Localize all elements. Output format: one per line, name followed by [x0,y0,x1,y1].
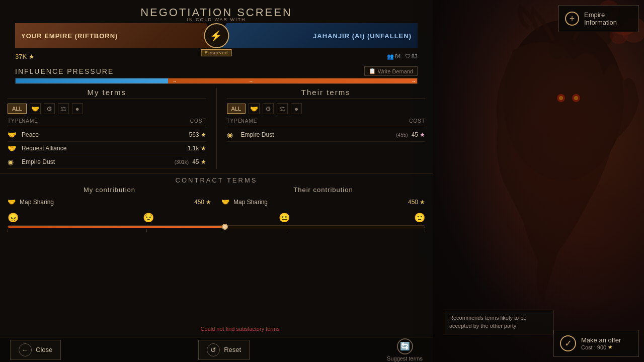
my-terms-row-peace[interactable]: 🤝 Peace 563 ★ [8,128,206,142]
empire-header: YOUR EMPIRE (RIFTBORN) IN COLD WAR WITH … [15,23,418,48]
close-button[interactable]: ← Close [10,340,61,360]
alliance-star: ★ [201,145,206,152]
their-terms-filter-dust[interactable]: ● [291,103,302,114]
their-contribution-panel: Their contribution 🤝 Map Sharing 450 ★ [221,186,425,207]
alliance-name: Request Alliance [22,145,188,152]
my-terms-filter-diplomacy[interactable]: 🤝 [30,103,41,114]
empire-info-text: Empire Information [584,11,617,26]
mood-slider-section: 😠 😟 😐 🙂 [8,212,425,232]
empire-right-name: JAHANJIR (AI) (UNFALLEN) [313,32,412,40]
their-map-sharing-star: ★ [420,199,425,206]
their-terms-filter-balance[interactable]: ⚖ [277,103,288,114]
my-contribution-title: My contribution [8,186,211,194]
their-terms-row-dust[interactable]: ◉ Empire Dust (455) 45 ★ [227,128,426,142]
emoji-neutral: 😐 [279,212,290,223]
people-score: 👥 84 [387,53,401,60]
make-offer-label: Make an offer [581,336,621,344]
my-map-sharing-star: ★ [206,199,211,206]
my-map-sharing-icon: 🤝 [8,198,20,206]
emoji-unhappy: 😟 [143,212,154,223]
their-col-cost: COST [409,118,425,124]
make-offer-cost: Cost : 900 ★ [581,344,621,350]
influence-title: Influence Pressure [15,67,114,75]
emoji-very-unhappy: 😠 [8,212,19,223]
col-name: NAME [22,118,190,124]
dust-cost: (301k) 45 ★ [175,158,206,165]
dust-name: Empire Dust [22,158,175,165]
their-contribution-item-0: 🤝 Map Sharing 450 ★ [221,197,425,207]
empire-info-plus-icon: + [565,12,579,26]
offer-text: Make an offer Cost : 900 ★ [581,336,621,350]
terms-area: My terms ALL 🤝 ⚙ ⚖ ● TYPE NAME COST 🤝 Pe… [0,88,433,169]
contract-section: CONTRACT TERMS My contribution 🤝 Map Sha… [0,173,433,207]
influence-bar: → → → [15,78,418,84]
my-contribution-panel: My contribution 🤝 Map Sharing 450 ★ [8,186,211,207]
contract-panels: My contribution 🤝 Map Sharing 450 ★ Thei… [8,186,425,207]
influence-bar-orange [168,78,417,83]
their-dust-sub: (455) [396,132,408,138]
my-terms-row-dust[interactable]: ◉ Empire Dust (301k) 45 ★ [8,155,206,169]
empire-info-button[interactable]: + Empire Information [558,5,639,32]
offer-star-icon: ★ [608,344,613,350]
make-offer-button[interactable]: ✓ Make an offer Cost : 900 ★ [553,330,639,357]
tick-2 [286,229,286,232]
empire-right: JAHANJIR (AI) (UNFALLEN) [216,23,418,48]
contract-title: CONTRACT TERMS [8,173,425,186]
empire-info-line1: Empire [584,11,617,19]
write-demand-button[interactable]: 📋 Write Demand [364,66,418,76]
peace-type-icon: 🤝 [8,131,22,139]
emoji-happy: 🙂 [414,212,425,223]
their-terms-title: Their terms [227,88,426,99]
dust-star: ★ [201,158,206,165]
their-dust-cost: (455) 45 ★ [396,131,425,138]
shield-icon: 🛡 [405,53,411,59]
col-cost: COST [190,118,206,124]
slider-emojis: 😠 😟 😐 🙂 [8,212,425,223]
my-terms-filter-dust[interactable]: ● [72,103,83,114]
demand-icon: 📋 [369,68,376,74]
alliance-cost-value: 1.1k [188,145,199,152]
my-map-sharing-cost-value: 450 [194,199,204,206]
empire-left: YOUR EMPIRE (RIFTBORN) [15,23,216,48]
empire-info-line2: Information [584,19,617,26]
their-col-name: NAME [241,118,410,124]
their-terms-filter-science[interactable]: ⚙ [263,103,274,114]
main-panel: Negotiation Screen YOUR EMPIRE (RIFTBORN… [0,0,433,362]
their-col-type: TYPE [227,118,241,124]
suggest-terms-label: Suggest terms [387,355,423,361]
their-map-sharing-cost: 450 ★ [408,199,425,206]
slider-thumb[interactable] [222,224,228,230]
close-circle-icon: ← [19,343,32,356]
my-terms-header: TYPE NAME COST [8,118,206,126]
mood-slider-bar[interactable] [8,225,425,228]
their-terms-filter-diplomacy[interactable]: 🤝 [249,103,260,114]
empire-center: IN COLD WAR WITH ⚡ Reserved [187,17,246,56]
make-offer-cost-text: Cost : 900 [581,344,606,350]
my-terms-filter-science[interactable]: ⚙ [44,103,55,114]
their-terms-table: TYPE NAME COST ◉ Empire Dust (455) 45 ★ [227,118,426,142]
background-art [413,0,644,362]
score-icons: 👥 84 🛡 83 [387,53,418,60]
tooltip-text: Recommends terms likely to be accepted b… [449,315,526,328]
their-dust-type-icon: ◉ [227,131,241,139]
their-map-sharing-name: Map Sharing [233,199,408,206]
reset-label: Reset [224,346,241,353]
suggest-terms-icon: 🔄 [397,338,413,354]
my-terms-row-alliance[interactable]: 🤝 Request Alliance 1.1k ★ [8,142,206,155]
score-left: 37K ★ [15,53,35,60]
their-terms-filter-all[interactable]: ALL [227,104,246,114]
my-terms-filter-balance[interactable]: ⚖ [58,103,69,114]
suggest-terms-button[interactable]: 🔄 Suggest terms [387,338,423,361]
my-terms-title: My terms [8,88,206,99]
empire-left-name: YOUR EMPIRE (RIFTBORN) [21,32,118,40]
empire-left-score: 37K [15,53,27,60]
terms-divider [216,88,217,169]
my-terms-filter-all[interactable]: ALL [8,104,27,114]
tick-3 [425,229,425,232]
relation-label: IN COLD WAR WITH [187,17,246,22]
col-type: TYPE [8,118,22,124]
peace-cost: 563 ★ [189,131,206,138]
reserved-badge: Reserved [201,49,232,56]
reset-button[interactable]: ↺ Reset [198,340,250,360]
slider-ticks [8,229,425,232]
